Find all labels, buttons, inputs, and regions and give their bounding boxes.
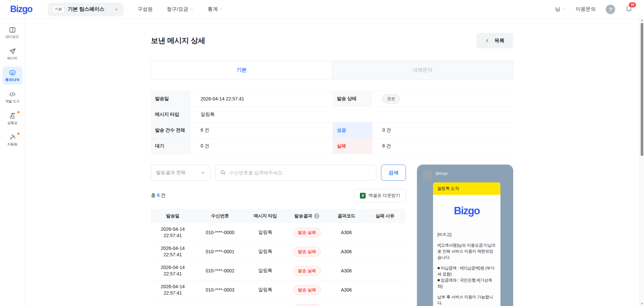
help-icon[interactable]: ? bbox=[606, 5, 615, 14]
col-fail-reason: 실패 사유 bbox=[364, 213, 406, 219]
sidebar-item-automation[interactable]: 자동화 bbox=[2, 131, 22, 149]
teamspace-name: 기본 팀스페이스 bbox=[68, 6, 111, 12]
teamspace-badge: 기본 bbox=[52, 5, 64, 13]
result-filter-value: 발송결과 전체 bbox=[156, 170, 185, 176]
fail-status-badge: 발송 실패 bbox=[293, 228, 320, 237]
back-to-list-button[interactable]: 목록 bbox=[476, 33, 513, 48]
phone-search-box bbox=[215, 165, 376, 181]
sidebar-item-lab[interactable]: 실험실 bbox=[2, 110, 22, 128]
cell-result-code: A306 bbox=[329, 230, 364, 235]
col-type: 메시지 타입 bbox=[246, 213, 285, 219]
result-filter-select[interactable]: 발송결과 전체 bbox=[151, 165, 210, 181]
cell-result: 발송 실패 bbox=[285, 266, 329, 276]
results-table-header: 발송일 수신번호 메시지 타입 발송결과 i 결과코드 실패 사유 bbox=[151, 209, 406, 223]
results-table-body: 2026-04-1422:57:41 010-****-0000 알림톡 발송 … bbox=[151, 223, 406, 306]
message-paragraph: ■ 미납금액 : #{미납금액}원 (부가세 포함) ■ 입금계좌 : 국민은행… bbox=[437, 265, 496, 289]
detail-value-empty bbox=[372, 107, 513, 122]
detail-label: 발송 건수 전체 bbox=[151, 123, 191, 138]
support-link[interactable]: 이용문의 bbox=[576, 6, 596, 12]
nav-statistics-label: 통계 bbox=[208, 6, 218, 12]
results-table: 발송일 수신번호 메시지 타입 발송결과 i 결과코드 실패 사유 bbox=[151, 209, 406, 306]
page-title: 보낸 메시지 상세 bbox=[151, 36, 205, 46]
tab-fallback-sms[interactable]: 대체문자 bbox=[332, 61, 513, 79]
sidebar-item-message[interactable]: 메시지 bbox=[2, 45, 22, 63]
chevron-down-icon bbox=[219, 7, 223, 11]
nav-billing[interactable]: 청구/요금 bbox=[167, 6, 194, 12]
magic-wand-icon bbox=[9, 134, 16, 141]
detail-label: 발송일 bbox=[151, 91, 191, 106]
cell-result: 발송 실패 bbox=[285, 228, 329, 237]
fail-status-badge: 발송 실패 bbox=[293, 266, 320, 276]
fail-status-badge: 발송 실패 bbox=[293, 247, 320, 257]
user-menu[interactable]: 님 bbox=[555, 6, 566, 12]
detail-label: 대기 bbox=[151, 138, 191, 154]
bizgo-logo: Bizgo bbox=[454, 205, 480, 217]
sidebar: 대시보드 메시지 통계/내역 개발 도구 실험실 자동화 bbox=[0, 19, 25, 306]
table-row[interactable]: 2026-04-1422:57:41 010-****-0002 알림톡 발송 … bbox=[151, 261, 406, 280]
top-header: Bizgo 기본 기본 팀스페이스 구성원 청구/요금 통계 님 이용문의 ? … bbox=[0, 0, 644, 19]
detail-value-wait-count: 0 건 bbox=[191, 138, 333, 154]
fail-status-badge: 발송 실패 bbox=[293, 285, 320, 295]
sidebar-item-devtools[interactable]: 개발 도구 bbox=[2, 88, 22, 106]
table-row[interactable]: 2026-04-1422:57:41 010-****-0001 알림톡 발송 … bbox=[151, 242, 406, 261]
sidebar-item-dashboard[interactable]: 대시보드 bbox=[2, 24, 22, 42]
chevron-down-icon bbox=[201, 170, 205, 175]
cell-phone: 010-****-0000 bbox=[195, 230, 246, 235]
cell-type: 알림톡 bbox=[246, 287, 285, 293]
detail-label-success: 성공 bbox=[333, 123, 372, 138]
user-menu-label: 님 bbox=[555, 6, 560, 12]
new-dot bbox=[17, 111, 19, 113]
search-button[interactable]: 검색 bbox=[381, 165, 406, 181]
col-result-label: 발송결과 bbox=[294, 213, 312, 219]
sidebar-item-label: 통계/내역 bbox=[2, 78, 22, 82]
search-icon bbox=[220, 170, 226, 176]
table-row[interactable]: 2026-04-1422:57:41 010-****-0003 알림톡 발송 … bbox=[151, 280, 406, 300]
col-result-code: 결과코드 bbox=[329, 213, 364, 219]
message-detail-table: 발송일 2026-04-14 22:57:41 발송 상태 완료 메시지 타입 … bbox=[151, 91, 513, 154]
alimtalk-message-card: 알림톡 도착 Bizgo [비즈고]#{고객사명}님의 이용요금 미납으로 인해… bbox=[433, 182, 500, 306]
cell-phone: 010-****-0001 bbox=[195, 249, 246, 254]
bizgo-logo[interactable]: Bizgo bbox=[10, 4, 32, 14]
excel-download-label: 엑셀로 다운받기 bbox=[368, 192, 400, 199]
back-to-list-label: 목록 bbox=[494, 38, 504, 44]
cell-result: 발송 실패 bbox=[285, 247, 329, 257]
nav-members-label: 구성원 bbox=[138, 6, 153, 12]
nav-billing-label: 청구/요금 bbox=[167, 6, 188, 12]
detail-tabs: 기본 대체문자 bbox=[151, 60, 513, 80]
notification-bell[interactable]: 39 bbox=[625, 5, 633, 14]
cell-sent-date: 2026-04-1422:57:41 bbox=[151, 245, 195, 258]
scroll-down-arrow[interactable]: ▼ bbox=[640, 302, 644, 305]
col-sent-date: 발송일 bbox=[151, 213, 195, 219]
total-count: 6 bbox=[157, 192, 160, 198]
phone-search-input[interactable] bbox=[229, 170, 371, 175]
chart-board-icon bbox=[9, 69, 16, 77]
cell-result-code: A306 bbox=[329, 249, 364, 254]
cell-sent-date: 2026-04-1422:57:41 bbox=[151, 264, 195, 277]
nav-members[interactable]: 구성원 bbox=[138, 6, 153, 12]
scroll-up-arrow[interactable]: ▲ bbox=[640, 19, 644, 22]
excel-download-button[interactable]: X 엑셀로 다운받기 bbox=[354, 189, 406, 202]
detail-row-date-status: 발송일 2026-04-14 22:57:41 발송 상태 완료 bbox=[151, 91, 513, 107]
info-icon[interactable]: i bbox=[314, 213, 319, 219]
detail-value-fail-count: 6 건 bbox=[372, 138, 513, 154]
vertical-scrollbar[interactable]: ▲ ▼ bbox=[639, 19, 644, 306]
alimtalk-banner: 알림톡 도착 bbox=[433, 182, 500, 195]
sidebar-item-label: 대시보드 bbox=[2, 35, 22, 39]
tab-basic[interactable]: 기본 bbox=[151, 61, 332, 79]
detail-label: 발송 상태 bbox=[333, 91, 372, 106]
chevron-down-icon bbox=[190, 7, 194, 11]
cell-result: 발송 실패 bbox=[285, 304, 329, 306]
detail-row-message-type: 메시지 타입 알림톡 bbox=[151, 107, 513, 123]
sidebar-item-label: 개발 도구 bbox=[2, 99, 22, 104]
table-row[interactable]: 2026-04-1422:57:41 010-****-0000 알림톡 발송 … bbox=[151, 223, 406, 242]
cell-result-code: A306 bbox=[329, 268, 364, 273]
sender-handle: @bizgo bbox=[435, 171, 448, 175]
scrollbar-thumb[interactable] bbox=[641, 23, 643, 156]
cell-sent-date: 2026-04-1422:57:41 bbox=[151, 226, 195, 239]
teamspace-selector[interactable]: 기본 기본 팀스페이스 bbox=[48, 3, 123, 16]
sidebar-item-statistics[interactable]: 통계/내역 bbox=[2, 67, 22, 85]
chevron-down-icon bbox=[114, 7, 119, 12]
col-phone: 수신번호 bbox=[195, 213, 246, 219]
nav-statistics[interactable]: 통계 bbox=[208, 6, 223, 12]
table-row[interactable]: 2026-04-14 알림톡 발송 실패 bbox=[151, 300, 406, 306]
